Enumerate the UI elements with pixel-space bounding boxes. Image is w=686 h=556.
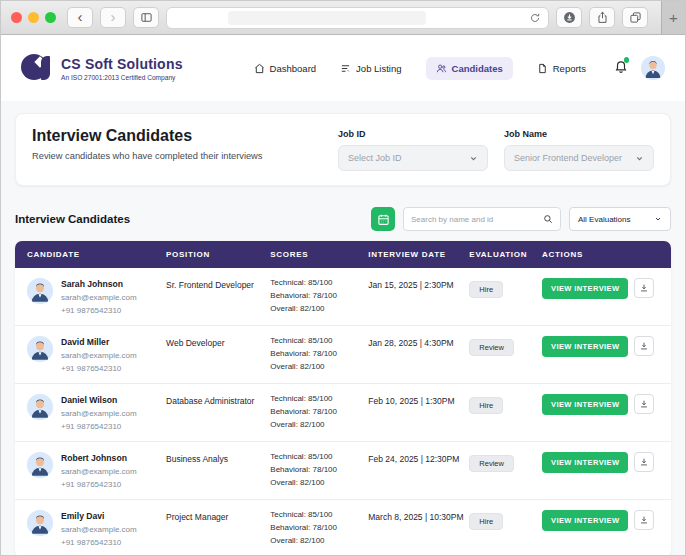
- forward-button[interactable]: ›: [100, 7, 126, 28]
- technical-score: Technical: 85/100: [270, 394, 368, 403]
- evaluation-badge: Hire: [469, 513, 503, 530]
- download-report-button[interactable]: [634, 278, 654, 298]
- candidate-phone: +91 9876542310: [61, 306, 137, 315]
- interview-date-cell: Feb 10, 2025 | 1:30PM: [368, 394, 469, 406]
- position-cell: Database Administrator: [166, 394, 270, 406]
- technical-score: Technical: 85/100: [270, 510, 368, 519]
- list-icon: [340, 63, 351, 74]
- download-circle-icon: [563, 11, 576, 24]
- evaluation-badge: Hire: [469, 281, 503, 298]
- address-bar[interactable]: [166, 7, 549, 29]
- brand-logo[interactable]: CS Soft Solutions An ISO 27001:2013 Cert…: [21, 52, 183, 84]
- zoom-window-button[interactable]: [45, 12, 56, 23]
- view-interview-button[interactable]: VIEW INTERVIEW: [542, 394, 628, 415]
- downloads-button[interactable]: [556, 7, 582, 28]
- scores-cell: Technical: 85/100 Behavioral: 78/100 Ove…: [270, 452, 368, 491]
- hero-text: Interview Candidates Review candidates w…: [32, 127, 262, 161]
- candidate-email: sarah@example.com: [61, 351, 137, 360]
- behavioral-score: Behavioral: 78/100: [270, 291, 368, 300]
- job-name-value: Senior Frontend Developer: [514, 153, 622, 163]
- download-report-button[interactable]: [634, 394, 654, 414]
- notifications-button[interactable]: [614, 59, 628, 77]
- candidate-avatar: [27, 394, 53, 420]
- share-button[interactable]: [589, 7, 615, 28]
- back-button[interactable]: ‹: [67, 7, 93, 28]
- job-id-select[interactable]: Select Job ID: [338, 145, 488, 171]
- overall-score: Overall: 82/100: [270, 420, 368, 429]
- candidate-name: Daniel Wilson: [61, 394, 137, 405]
- main-nav: Dashboard Job Listing Candidates Reports: [254, 56, 665, 80]
- position-cell: Project Manager: [166, 510, 270, 522]
- company-tagline: An ISO 27001:2013 Certified Company: [61, 74, 183, 81]
- nav-label: Job Listing: [356, 63, 401, 74]
- view-interview-button[interactable]: VIEW INTERVIEW: [542, 452, 628, 473]
- search-input[interactable]: [411, 215, 538, 224]
- candidate-info: Robert Johnson sarah@example.com +91 987…: [61, 452, 137, 489]
- job-filters: Job ID Select Job ID Job Name Senior Fro…: [338, 129, 654, 171]
- evaluation-badge: Review: [469, 455, 514, 472]
- evaluation-badge: Hire: [469, 397, 503, 414]
- document-icon: [537, 63, 548, 74]
- scores-cell: Technical: 85/100 Behavioral: 78/100 Ove…: [270, 336, 368, 375]
- user-avatar[interactable]: [641, 56, 665, 80]
- candidate-name: Emily Davi: [61, 510, 137, 521]
- nav-item-reports[interactable]: Reports: [537, 63, 586, 74]
- interview-date-cell: Jan 15, 2025 | 2:30PM: [368, 278, 469, 290]
- close-window-button[interactable]: [11, 12, 22, 23]
- address-highlight: [228, 11, 426, 25]
- job-name-filter: Job Name Senior Frontend Developer: [504, 129, 654, 171]
- search-icon[interactable]: [543, 214, 553, 224]
- job-name-label: Job Name: [504, 129, 654, 139]
- candidate-cell: Robert Johnson sarah@example.com +91 987…: [27, 452, 166, 489]
- candidate-info: David Miller sarah@example.com +91 98765…: [61, 336, 137, 373]
- candidate-cell: Emily Davi sarah@example.com +91 9876542…: [27, 510, 166, 547]
- nav-item-job-listing[interactable]: Job Listing: [340, 63, 401, 74]
- position-cell: Business Analys: [166, 452, 270, 464]
- download-icon: [639, 457, 649, 467]
- candidate-avatar: [27, 510, 53, 536]
- behavioral-score: Behavioral: 78/100: [270, 465, 368, 474]
- candidate-name: Robert Johnson: [61, 452, 137, 463]
- interview-date-cell: March 8, 2025 | 10:30PM: [368, 510, 469, 522]
- chevron-down-icon: [635, 154, 644, 163]
- tab-overview-button[interactable]: [622, 7, 648, 28]
- minimize-window-button[interactable]: [28, 12, 39, 23]
- job-name-select[interactable]: Senior Frontend Developer: [504, 145, 654, 171]
- candidate-phone: +91 9876542310: [61, 538, 137, 547]
- sidebar-toggle-button[interactable]: [133, 7, 159, 28]
- company-logo-icon: [21, 52, 53, 84]
- candidate-avatar: [27, 452, 53, 478]
- technical-score: Technical: 85/100: [270, 278, 368, 287]
- download-report-button[interactable]: [634, 336, 654, 356]
- behavioral-score: Behavioral: 78/100: [270, 349, 368, 358]
- table-row: Sarah Johnson sarah@example.com +91 9876…: [15, 268, 671, 326]
- col-header-actions: ACTIONS: [542, 250, 659, 259]
- position-cell: Web Developer: [166, 336, 270, 348]
- job-id-filter: Job ID Select Job ID: [338, 129, 488, 171]
- evaluation-cell: Hire: [469, 278, 542, 298]
- view-interview-button[interactable]: VIEW INTERVIEW: [542, 336, 628, 357]
- candidate-name: David Miller: [61, 336, 137, 347]
- download-report-button[interactable]: [634, 452, 654, 472]
- chevron-down-icon: [469, 154, 478, 163]
- page-content: Interview Candidates Review candidates w…: [1, 113, 685, 556]
- overall-score: Overall: 82/100: [270, 304, 368, 313]
- download-report-button[interactable]: [634, 510, 654, 530]
- view-interview-button[interactable]: VIEW INTERVIEW: [542, 510, 628, 531]
- evaluation-cell: Hire: [469, 394, 542, 414]
- calendar-icon: [377, 213, 390, 226]
- new-tab-button[interactable]: +: [661, 1, 685, 34]
- actions-cell: VIEW INTERVIEW: [542, 452, 659, 473]
- candidate-info: Emily Davi sarah@example.com +91 9876542…: [61, 510, 137, 547]
- evaluations-filter-select[interactable]: All Evaluations: [569, 207, 671, 231]
- download-icon: [639, 341, 649, 351]
- nav-item-candidates[interactable]: Candidates: [426, 57, 513, 80]
- nav-item-dashboard[interactable]: Dashboard: [254, 63, 316, 74]
- browser-chrome: ‹ › +: [1, 1, 685, 35]
- list-toolbar: Interview Candidates All Evaluations: [15, 207, 671, 231]
- view-interview-button[interactable]: VIEW INTERVIEW: [542, 278, 628, 299]
- calendar-button[interactable]: [371, 207, 395, 231]
- overall-score: Overall: 82/100: [270, 536, 368, 545]
- candidate-cell: David Miller sarah@example.com +91 98765…: [27, 336, 166, 373]
- reload-icon[interactable]: [529, 12, 541, 24]
